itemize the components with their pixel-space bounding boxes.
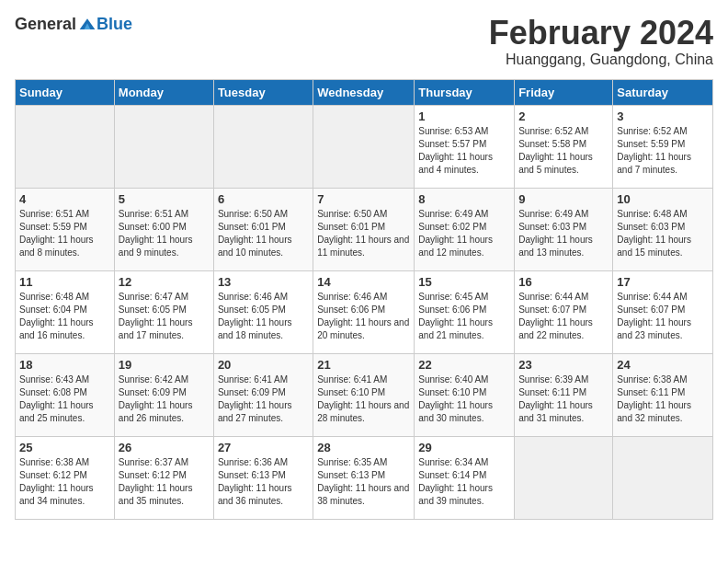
day-info: Sunrise: 6:35 AMSunset: 6:13 PMDaylight:… <box>317 456 410 508</box>
calendar-cell: 28Sunrise: 6:35 AMSunset: 6:13 PMDayligh… <box>313 436 415 519</box>
logo-text-general: General <box>15 15 76 34</box>
week-row-1: 1Sunrise: 6:53 AMSunset: 5:57 PMDaylight… <box>16 105 713 188</box>
day-info: Sunrise: 6:37 AMSunset: 6:12 PMDaylight:… <box>119 456 210 508</box>
day-number: 17 <box>617 275 709 289</box>
day-number: 24 <box>617 358 709 372</box>
calendar-cell: 1Sunrise: 6:53 AMSunset: 5:57 PMDaylight… <box>415 105 515 188</box>
day-info: Sunrise: 6:38 AMSunset: 6:12 PMDaylight:… <box>19 456 110 508</box>
day-number: 20 <box>218 358 309 372</box>
day-number: 1 <box>418 109 510 123</box>
calendar-cell: 12Sunrise: 6:47 AMSunset: 6:05 PMDayligh… <box>114 270 213 353</box>
header-day-friday: Friday <box>515 79 613 105</box>
day-number: 18 <box>19 358 110 372</box>
calendar-cell: 22Sunrise: 6:40 AMSunset: 6:10 PMDayligh… <box>415 353 515 436</box>
day-info: Sunrise: 6:40 AMSunset: 6:10 PMDaylight:… <box>418 373 510 425</box>
header-day-monday: Monday <box>114 79 213 105</box>
calendar-cell: 15Sunrise: 6:45 AMSunset: 6:06 PMDayligh… <box>415 270 515 353</box>
day-number: 9 <box>518 192 609 206</box>
week-row-2: 4Sunrise: 6:51 AMSunset: 5:59 PMDaylight… <box>16 188 713 270</box>
header-day-saturday: Saturday <box>613 79 713 105</box>
day-number: 14 <box>317 275 410 289</box>
day-info: Sunrise: 6:36 AMSunset: 6:13 PMDaylight:… <box>218 456 309 508</box>
day-info: Sunrise: 6:51 AMSunset: 6:00 PMDaylight:… <box>119 208 210 259</box>
day-info: Sunrise: 6:45 AMSunset: 6:06 PMDaylight:… <box>418 291 510 342</box>
day-number: 23 <box>518 358 609 372</box>
calendar-cell <box>213 105 313 188</box>
calendar-cell: 4Sunrise: 6:51 AMSunset: 5:59 PMDaylight… <box>16 188 115 270</box>
month-title: February 2024 <box>489 15 713 52</box>
day-info: Sunrise: 6:53 AMSunset: 5:57 PMDaylight:… <box>418 125 510 177</box>
day-number: 13 <box>218 275 309 289</box>
title-area: February 2024 Huanggang, Guangdong, Chin… <box>489 15 713 68</box>
calendar-cell: 9Sunrise: 6:49 AMSunset: 6:03 PMDaylight… <box>515 188 613 270</box>
calendar-cell <box>613 436 713 519</box>
calendar-body: 1Sunrise: 6:53 AMSunset: 5:57 PMDaylight… <box>16 105 713 519</box>
day-info: Sunrise: 6:41 AMSunset: 6:09 PMDaylight:… <box>218 373 309 425</box>
day-info: Sunrise: 6:52 AMSunset: 5:58 PMDaylight:… <box>518 125 609 177</box>
calendar-cell <box>313 105 415 188</box>
day-info: Sunrise: 6:44 AMSunset: 6:07 PMDaylight:… <box>617 291 709 342</box>
day-info: Sunrise: 6:48 AMSunset: 6:04 PMDaylight:… <box>19 291 110 342</box>
calendar-cell: 5Sunrise: 6:51 AMSunset: 6:00 PMDaylight… <box>114 188 213 270</box>
day-info: Sunrise: 6:49 AMSunset: 6:03 PMDaylight:… <box>518 208 609 259</box>
day-number: 28 <box>317 441 410 454</box>
day-number: 29 <box>418 441 510 454</box>
day-number: 12 <box>119 275 210 289</box>
calendar-cell: 21Sunrise: 6:41 AMSunset: 6:10 PMDayligh… <box>313 353 415 436</box>
day-number: 8 <box>418 192 510 206</box>
day-number: 26 <box>119 441 210 454</box>
day-number: 3 <box>617 109 709 123</box>
day-number: 7 <box>317 192 410 206</box>
day-number: 22 <box>418 358 510 372</box>
day-info: Sunrise: 6:47 AMSunset: 6:05 PMDaylight:… <box>119 291 210 342</box>
calendar-cell: 24Sunrise: 6:38 AMSunset: 6:11 PMDayligh… <box>613 353 713 436</box>
day-number: 16 <box>518 275 609 289</box>
week-row-3: 11Sunrise: 6:48 AMSunset: 6:04 PMDayligh… <box>16 270 713 353</box>
calendar-cell <box>114 105 213 188</box>
calendar-cell <box>515 436 613 519</box>
day-info: Sunrise: 6:41 AMSunset: 6:10 PMDaylight:… <box>317 373 410 425</box>
logo-icon <box>78 16 97 34</box>
calendar-cell: 27Sunrise: 6:36 AMSunset: 6:13 PMDayligh… <box>213 436 313 519</box>
calendar-cell: 10Sunrise: 6:48 AMSunset: 6:03 PMDayligh… <box>613 188 713 270</box>
day-number: 10 <box>617 192 709 206</box>
calendar-cell: 6Sunrise: 6:50 AMSunset: 6:01 PMDaylight… <box>213 188 313 270</box>
day-number: 6 <box>218 192 309 206</box>
calendar-header: SundayMondayTuesdayWednesdayThursdayFrid… <box>16 79 713 105</box>
day-number: 2 <box>518 109 609 123</box>
header-day-sunday: Sunday <box>16 79 115 105</box>
day-number: 21 <box>317 358 410 372</box>
header-day-tuesday: Tuesday <box>213 79 313 105</box>
day-number: 5 <box>119 192 210 206</box>
day-info: Sunrise: 6:50 AMSunset: 6:01 PMDaylight:… <box>317 208 410 259</box>
day-number: 19 <box>119 358 210 372</box>
day-info: Sunrise: 6:42 AMSunset: 6:09 PMDaylight:… <box>119 373 210 425</box>
day-info: Sunrise: 6:48 AMSunset: 6:03 PMDaylight:… <box>617 208 709 259</box>
calendar-cell: 17Sunrise: 6:44 AMSunset: 6:07 PMDayligh… <box>613 270 713 353</box>
day-info: Sunrise: 6:39 AMSunset: 6:11 PMDaylight:… <box>518 373 609 425</box>
week-row-4: 18Sunrise: 6:43 AMSunset: 6:08 PMDayligh… <box>16 353 713 436</box>
calendar-cell: 20Sunrise: 6:41 AMSunset: 6:09 PMDayligh… <box>213 353 313 436</box>
calendar-table: SundayMondayTuesdayWednesdayThursdayFrid… <box>15 79 713 520</box>
calendar-cell: 7Sunrise: 6:50 AMSunset: 6:01 PMDaylight… <box>313 188 415 270</box>
calendar-cell: 23Sunrise: 6:39 AMSunset: 6:11 PMDayligh… <box>515 353 613 436</box>
day-info: Sunrise: 6:38 AMSunset: 6:11 PMDaylight:… <box>617 373 709 425</box>
calendar-cell: 26Sunrise: 6:37 AMSunset: 6:12 PMDayligh… <box>114 436 213 519</box>
calendar-cell: 16Sunrise: 6:44 AMSunset: 6:07 PMDayligh… <box>515 270 613 353</box>
calendar-cell: 18Sunrise: 6:43 AMSunset: 6:08 PMDayligh… <box>16 353 115 436</box>
day-info: Sunrise: 6:44 AMSunset: 6:07 PMDaylight:… <box>518 291 609 342</box>
calendar-cell: 3Sunrise: 6:52 AMSunset: 5:59 PMDaylight… <box>613 105 713 188</box>
day-info: Sunrise: 6:46 AMSunset: 6:05 PMDaylight:… <box>218 291 309 342</box>
day-info: Sunrise: 6:50 AMSunset: 6:01 PMDaylight:… <box>218 208 309 259</box>
day-info: Sunrise: 6:46 AMSunset: 6:06 PMDaylight:… <box>317 291 410 342</box>
header-row: SundayMondayTuesdayWednesdayThursdayFrid… <box>16 79 713 105</box>
day-number: 11 <box>19 275 110 289</box>
page-header: General Blue February 2024 Huanggang, Gu… <box>15 15 713 68</box>
day-number: 25 <box>19 441 110 454</box>
calendar-cell: 25Sunrise: 6:38 AMSunset: 6:12 PMDayligh… <box>16 436 115 519</box>
header-day-wednesday: Wednesday <box>313 79 415 105</box>
calendar-cell <box>16 105 115 188</box>
logo: General Blue <box>15 15 132 34</box>
day-number: 27 <box>218 441 309 454</box>
calendar-cell: 13Sunrise: 6:46 AMSunset: 6:05 PMDayligh… <box>213 270 313 353</box>
